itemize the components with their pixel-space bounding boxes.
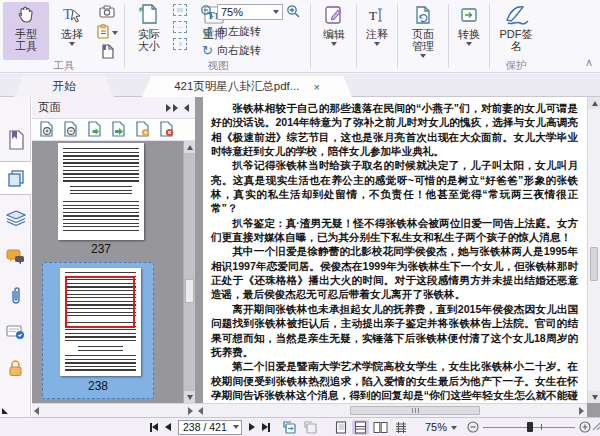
thumbnail-page-238-label: 238: [43, 379, 153, 393]
ribbon-zoom-combobox[interactable]: 75%: [217, 4, 283, 20]
edit-label: 编辑: [322, 28, 346, 40]
tab-start[interactable]: 开始: [14, 76, 114, 97]
actual-size-label: 实际大小: [137, 28, 161, 52]
thumb-scroll-handle[interactable]: [185, 279, 194, 303]
convert-dropdown-arrow-icon: [466, 42, 472, 46]
tab-document-label: 421页明星八卦汇总pdf...: [174, 79, 299, 94]
panel-expand-icon[interactable]: [166, 104, 178, 112]
move-page-up-icon[interactable]: [87, 121, 102, 139]
doc-hscroll-left-icon[interactable]: [198, 407, 203, 415]
ribbon-toolbar: 手型工具 T 选择 工具: [0, 0, 600, 73]
document-view: 张铁林相较于自己的那些遗落在民间的“小燕子”们，对前妻的女儿可谓是好的没话说。2…: [195, 97, 600, 417]
move-page-down-icon[interactable]: [111, 121, 126, 139]
zoom-slider-handle[interactable]: [527, 422, 533, 432]
clipboard-paste-icon[interactable]: [96, 23, 118, 40]
ribbon-zoom-dropdown-arrow-icon: [273, 10, 279, 14]
new-page-icon[interactable]: [96, 43, 118, 60]
pages-panel-button[interactable]: [0, 161, 31, 195]
select-tool-button[interactable]: T 选择: [52, 2, 92, 60]
next-view-icon[interactable]: [304, 421, 318, 434]
thumbnail-zoom-in-icon[interactable]: [39, 121, 54, 139]
page-management-button[interactable]: 页面管理: [400, 2, 446, 60]
comment-button[interactable]: T 注释: [359, 2, 395, 60]
zoom-out-magnifier-icon[interactable]: [200, 4, 214, 20]
layers-panel-button[interactable]: [0, 201, 31, 235]
attachments-panel-button[interactable]: [0, 278, 31, 312]
doc-scroll-up-icon[interactable]: [588, 97, 600, 109]
ribbon-zoom-value: 75%: [221, 6, 273, 18]
doc-hscroll-handle[interactable]: [350, 406, 480, 415]
pages-icon: [7, 169, 25, 187]
delete-page-icon[interactable]: [159, 121, 174, 139]
fields-panel-button[interactable]: [0, 315, 31, 349]
doc-vscroll-handle[interactable]: [590, 247, 598, 281]
zoom-slider-minus-icon[interactable]: [467, 421, 479, 434]
main-area: 页面 237: [0, 97, 600, 417]
zoom-slider-track[interactable]: [483, 422, 575, 432]
edit-button[interactable]: 编辑: [314, 2, 354, 60]
pdf-sign-label: PDF签名: [498, 28, 533, 52]
document-vertical-scrollbar[interactable]: [587, 97, 600, 403]
rotate-left-icon: ↺: [200, 24, 215, 39]
document-page[interactable]: 张铁林相较于自己的那些遗落在民间的“小燕子”们，对前妻的女儿可谓是好的没话说。2…: [203, 97, 587, 403]
zoom-in-magnifier-icon[interactable]: [286, 4, 300, 20]
add-page-icon[interactable]: [135, 121, 150, 139]
window-resize-grip[interactable]: [591, 421, 600, 433]
thumbnail-zoom-out-icon[interactable]: [63, 121, 78, 139]
hand-tool-button[interactable]: 手型工具: [3, 2, 49, 60]
navigation-icon-strip: [0, 97, 31, 417]
thumbnail-horizontal-scrollbar[interactable]: [32, 403, 195, 417]
rotate-right-button[interactable]: ↻ 向右旋转: [200, 41, 306, 59]
actual-size-button[interactable]: 实际大小: [128, 2, 170, 60]
last-page-button[interactable]: [262, 423, 270, 432]
status-zoom-value[interactable]: 75%: [425, 421, 447, 433]
layout-facing-pages-button[interactable]: [372, 420, 389, 435]
bookmark-icon: [7, 130, 25, 150]
thumbnail-page-238[interactable]: 238: [42, 262, 154, 399]
strip-expand-icon[interactable]: [2, 408, 8, 414]
thumbnail-page-237-label: 237: [58, 242, 144, 256]
thumbnail-vertical-scrollbar[interactable]: [183, 141, 195, 403]
layout-fit-width-button[interactable]: [352, 420, 369, 435]
thumbnail-page-237-preview: [58, 143, 144, 240]
document-text: 张铁林相较于自己的那些遗落在民间的“小燕子”们，对前妻的女儿可谓是好的没话说。2…: [203, 97, 587, 403]
thumb-hscroll-left-icon[interactable]: [34, 407, 39, 415]
tab-document[interactable]: 421页明星八卦汇总pdf... ×: [142, 76, 352, 97]
status-zoom-dropdown-icon[interactable]: [451, 426, 457, 430]
next-page-button[interactable]: [249, 423, 255, 431]
layout-continuous-button[interactable]: [392, 420, 409, 435]
thumbnail-toolbar: [32, 119, 195, 141]
previous-view-icon[interactable]: [283, 421, 297, 434]
select-cursor-icon: T: [60, 2, 84, 28]
previous-page-button[interactable]: [165, 423, 171, 431]
paste-dropdown-arrow-icon: [112, 31, 118, 35]
comments-panel-button[interactable]: [0, 240, 31, 274]
page-layout-switcher: [332, 420, 409, 435]
tab-start-label: 开始: [53, 79, 76, 94]
security-panel-button[interactable]: [0, 351, 31, 385]
visible-region-indicator: [65, 276, 135, 328]
page-input-dropdown-icon: [233, 425, 239, 429]
zoom-slider-plus-icon[interactable]: [579, 421, 591, 434]
thumbnail-page-237[interactable]: 237: [58, 141, 144, 259]
tab-close-icon[interactable]: ×: [313, 81, 319, 93]
pdf-sign-button[interactable]: PDF签名: [492, 2, 540, 60]
pdf-sign-pen-icon: [503, 2, 529, 28]
rotate-right-icon: ↻: [200, 43, 215, 58]
page-number-input[interactable]: 238 / 421: [178, 420, 242, 435]
first-page-button[interactable]: [150, 423, 158, 432]
snapshot-camera-icon[interactable]: [96, 3, 118, 20]
panel-collapse-icon[interactable]: [184, 104, 189, 112]
rotate-right-label: 向右旋转: [217, 43, 261, 58]
document-horizontal-scrollbar[interactable]: [195, 403, 587, 417]
thumb-hscroll-right-icon[interactable]: [188, 407, 193, 415]
doc-scroll-down-icon[interactable]: [588, 391, 600, 403]
doc-hscroll-right-icon[interactable]: [579, 407, 584, 415]
status-bar: 238 / 421 7: [0, 417, 600, 436]
tools-group-label: 工具: [14, 59, 114, 73]
bookmarks-panel-button[interactable]: [0, 123, 31, 157]
convert-button[interactable]: 转换: [451, 2, 487, 60]
rotate-left-button[interactable]: ↺ 向左旋转: [200, 22, 306, 40]
layout-single-page-button[interactable]: [332, 420, 349, 435]
ribbon-collapse-icon[interactable]: ∧: [585, 56, 593, 69]
